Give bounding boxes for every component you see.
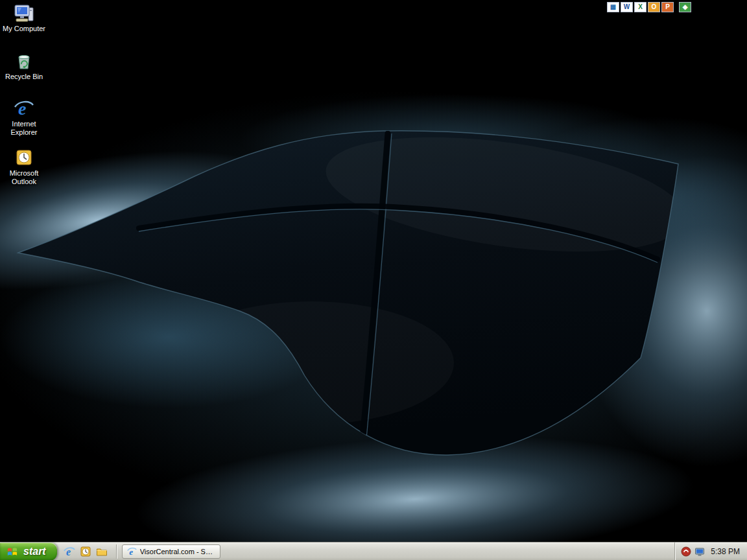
desktop-icon-label: Recycle Bin xyxy=(5,73,43,81)
word-icon[interactable]: W xyxy=(621,2,633,12)
quick-launch: e xyxy=(57,546,114,557)
tray-app-icon[interactable] xyxy=(681,546,691,557)
internet-explorer-icon: e xyxy=(127,546,137,556)
my-computer-icon xyxy=(14,3,34,23)
recycle-bin-icon xyxy=(14,51,34,71)
folder-quicklaunch-icon[interactable] xyxy=(96,546,108,557)
table-icon[interactable]: ▦ xyxy=(607,2,619,12)
desktop-icon-my-computer[interactable]: My Computer xyxy=(1,3,47,33)
desktop-icon-label: Microsoft Outlook xyxy=(1,169,47,186)
desktop-icon-label: Internet Explorer xyxy=(1,120,47,137)
outlook-icon[interactable]: O xyxy=(648,2,660,12)
windows-flag-icon xyxy=(6,546,19,557)
office-shortcut-bar: ▦ W X O P ◈ xyxy=(607,1,691,12)
taskbar-window-label: VisorCentral.com - Sh... xyxy=(140,548,215,555)
taskbar-window-visorcentral[interactable]: e VisorCentral.com - Sh... xyxy=(122,544,220,559)
outlook-quicklaunch-icon[interactable] xyxy=(80,546,91,557)
internet-explorer-icon: e xyxy=(14,98,34,119)
system-tray: 5:38 PM xyxy=(674,542,747,560)
microsoft-outlook-icon xyxy=(14,147,34,168)
desktop-icon-internet-explorer[interactable]: e Internet Explorer xyxy=(1,98,47,137)
internet-explorer-quicklaunch-icon[interactable]: e xyxy=(64,546,75,557)
wallpaper-windows-dark-flag xyxy=(0,0,747,560)
start-button[interactable]: start xyxy=(0,542,57,560)
display-tray-icon[interactable] xyxy=(694,546,705,557)
desktop-icon-label: My Computer xyxy=(3,25,45,33)
desktop: My Computer Recycle Bin e Internet Explo… xyxy=(0,0,747,560)
app-icon[interactable]: ◈ xyxy=(679,2,691,12)
desktop-icon-microsoft-outlook[interactable]: Microsoft Outlook xyxy=(1,147,47,186)
taskbar: start e e VisorCentral.com - Sh xyxy=(0,542,747,560)
powerpoint-icon[interactable]: P xyxy=(661,2,674,12)
excel-icon[interactable]: X xyxy=(634,2,646,12)
tray-clock[interactable]: 5:38 PM xyxy=(711,547,740,556)
desktop-icon-recycle-bin[interactable]: Recycle Bin xyxy=(1,51,47,81)
taskbar-separator xyxy=(116,544,117,559)
start-button-label: start xyxy=(23,546,46,557)
